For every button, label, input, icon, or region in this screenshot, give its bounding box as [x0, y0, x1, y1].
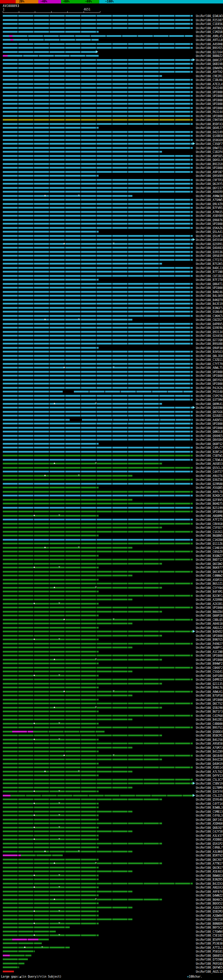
hit-label[interactable]: UniRef100_Q9LVZ9 — [196, 203, 223, 206]
hit-label[interactable]: UniRef100_Q4YV13 — [196, 774, 223, 777]
hit-label[interactable]: UniRef100_B0D712 — [196, 558, 223, 562]
hit-label[interactable]: UniRef100_Q06053 — [196, 954, 223, 958]
hit-label[interactable]: UniRef100_UPI00004FD5 — [196, 91, 223, 94]
hit-bar[interactable] — [3, 347, 99, 349]
hit-bar[interactable] — [3, 211, 193, 213]
hit-bar[interactable] — [3, 235, 193, 237]
hit-bar[interactable] — [3, 307, 193, 309]
hit-label[interactable]: UniRef100_Q39E96 — [196, 326, 223, 329]
hit-bar[interactable] — [3, 159, 193, 161]
hit-bar[interactable] — [39, 939, 49, 940]
hit-label[interactable]: UniRef100_B9IZG9 — [196, 163, 223, 166]
hit-bar[interactable] — [3, 715, 193, 716]
hit-bar[interactable] — [3, 367, 193, 369]
hit-label[interactable]: UniRef100_C4YT14 — [196, 802, 223, 805]
hit-label[interactable]: UniRef100_B3WBL3 — [196, 806, 223, 809]
hit-label[interactable]: UniRef100_A5DP21 — [196, 579, 223, 582]
hit-bar[interactable] — [3, 455, 193, 457]
hit-label[interactable]: UniRef100_C6TJD3 — [196, 275, 223, 278]
hit-bar[interactable] — [3, 883, 193, 885]
hit-label[interactable]: UniRef100_UPI00015171 — [196, 422, 223, 425]
hit-label[interactable]: UniRef100_B0XX52 — [196, 902, 223, 905]
hit-bar[interactable] — [3, 59, 193, 61]
hit-label[interactable]: UniRef100_A7LT62 — [196, 770, 223, 773]
hit-bar[interactable] — [3, 391, 63, 393]
hit-label[interactable]: UniRef100_UPI000155E3 — [196, 286, 223, 290]
hit-bar[interactable] — [3, 483, 193, 485]
hit-bar[interactable] — [3, 439, 193, 441]
hit-label[interactable]: UniRef100_A2Q9B6 — [196, 598, 223, 601]
hit-bar[interactable] — [3, 275, 193, 277]
hit-bar[interactable] — [3, 547, 132, 549]
hit-bar[interactable] — [3, 763, 99, 764]
hit-label[interactable]: UniRef100_Q2S991 — [196, 243, 223, 246]
hit-label[interactable]: UniRef100_A8Q8M6 — [196, 514, 223, 518]
hit-bar[interactable] — [3, 835, 99, 837]
hit-bar[interactable] — [33, 731, 104, 732]
hit-label[interactable]: UniRef100_A9S850 — [196, 742, 223, 745]
hit-bar[interactable] — [3, 499, 132, 501]
hit-label[interactable]: UniRef100_B8B0Z2 — [196, 54, 223, 58]
hit-bar[interactable] — [3, 67, 193, 69]
hit-bar[interactable] — [3, 703, 193, 704]
hit-label[interactable]: UniRef100_UPI00016242 — [196, 698, 223, 702]
hit-bar[interactable] — [3, 894, 99, 896]
hit-label[interactable]: UniRef100_C7T271 — [196, 259, 223, 262]
hit-label[interactable]: UniRef100_B0W6E3 — [196, 874, 223, 877]
hit-bar[interactable] — [3, 495, 193, 496]
hit-label[interactable]: UniRef100_O24456 — [196, 334, 223, 337]
hit-label[interactable]: UniRef100_C0ZZG7 — [196, 318, 223, 321]
hit-bar[interactable] — [3, 663, 99, 664]
hit-bar[interactable] — [3, 958, 28, 960]
hit-bar[interactable] — [3, 803, 99, 805]
hit-label[interactable]: UniRef100_B4G2B1 — [196, 718, 223, 721]
hit-bar[interactable] — [3, 475, 132, 477]
hit-label[interactable]: UniRef100_UPI0000E2FA — [196, 103, 223, 106]
hit-label[interactable]: UniRef100_Q9UP30 — [196, 347, 223, 350]
hit-label[interactable]: UniRef100_UPI0000D9EA — [196, 99, 223, 102]
hit-label[interactable]: UniRef100_B0Y5C2 — [196, 926, 223, 929]
hit-label[interactable]: UniRef100_C8BLQ5 — [196, 619, 223, 622]
hit-bar[interactable] — [3, 155, 193, 157]
hit-bar[interactable] — [3, 539, 193, 541]
hit-bar[interactable] — [3, 51, 96, 53]
hit-bar[interactable] — [3, 779, 193, 780]
hit-label[interactable]: UniRef100_P49027 — [196, 643, 223, 646]
hit-label[interactable]: UniRef100_B9N7G5 — [196, 638, 223, 641]
hit-bar[interactable] — [3, 830, 132, 832]
hit-label[interactable]: UniRef100_Q9XHE5 — [196, 434, 223, 438]
hit-label[interactable]: UniRef100_Q2UUD1 — [196, 414, 223, 417]
hit-label[interactable]: UniRef100_Q21135 — [196, 682, 223, 686]
hit-label[interactable]: UniRef100_UPI0000ECD4 — [196, 115, 223, 118]
hit-bar[interactable] — [3, 587, 162, 589]
hit-bar[interactable] — [3, 867, 99, 869]
hit-label[interactable]: UniRef100_Q3T5M4 — [196, 398, 223, 401]
hit-bar[interactable] — [3, 239, 193, 240]
hit-label[interactable]: UniRef100_C7GWN4 — [196, 930, 223, 934]
hit-bar[interactable] — [3, 558, 193, 560]
hit-label[interactable]: UniRef100_B3VS63 — [196, 350, 223, 353]
hit-bar[interactable] — [3, 970, 14, 972]
hit-bar[interactable] — [3, 251, 193, 253]
hit-label[interactable]: UniRef100_C8V4G0 — [196, 522, 223, 526]
hit-bar[interactable] — [3, 359, 193, 361]
hit-label[interactable]: UniRef100_A7TN17 — [196, 862, 223, 865]
hit-bar[interactable] — [10, 39, 13, 41]
hit-bar[interactable] — [3, 566, 99, 568]
hit-label[interactable]: UniRef100_Q6FJ41 — [196, 818, 223, 821]
hit-bar[interactable] — [3, 611, 162, 612]
hit-bar[interactable] — [3, 31, 99, 33]
hit-bar[interactable] — [3, 619, 193, 620]
hit-label[interactable]: UniRef100_A6BPY1 — [196, 646, 223, 649]
hit-bar[interactable] — [3, 219, 193, 221]
hit-label[interactable]: UniRef100_C5L3C7 — [196, 778, 223, 781]
hit-label[interactable]: UniRef100_B6H6C5 — [196, 898, 223, 901]
hit-bar[interactable] — [3, 843, 162, 845]
hit-label[interactable]: UniRef100_Q85YU3 — [196, 379, 223, 382]
hit-label[interactable]: UniRef100_Q00P20 — [196, 614, 223, 617]
hit-bar[interactable] — [3, 939, 12, 940]
hit-bar[interactable] — [3, 875, 99, 877]
hit-bar[interactable] — [3, 775, 99, 776]
hit-bar[interactable] — [3, 878, 99, 880]
hit-label[interactable]: UniRef100_B4KQT9 — [196, 299, 223, 302]
